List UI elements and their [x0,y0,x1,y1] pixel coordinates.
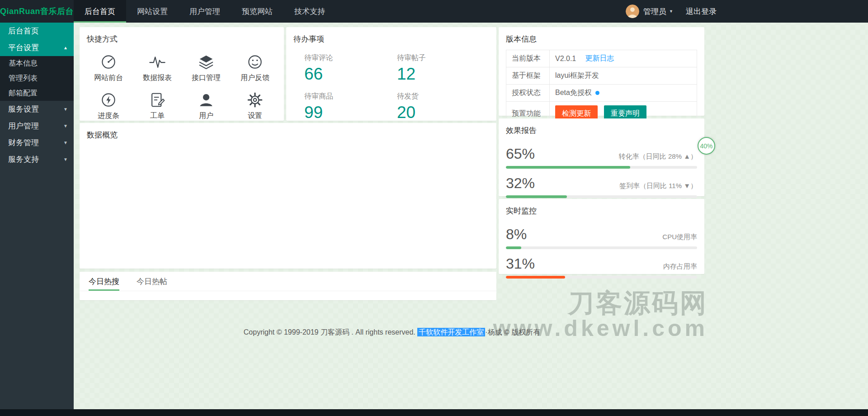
version-row-label: 基于框架 [506,67,550,84]
metric-label: 转化率（日同比 28% ▲） [619,152,697,161]
progress-track [506,246,697,249]
topbar-user-area: 管理员 ▼ 退出登录 [626,0,717,23]
sidebar-item-dashboard[interactable]: 后台首页 [0,23,74,39]
topbar: QianRuan音乐后台 后台首页 网站设置 用户管理 预览网站 技术支持 管理… [0,0,868,23]
avatar[interactable] [626,5,639,18]
progress-track [506,276,697,279]
changelog-link[interactable]: 更新日志 [585,54,614,63]
shortcut-label: 数据报表 [143,73,172,83]
table-row: 基于框架 layui框架开发 [506,67,697,85]
sidebar-item-label: 服务设置 [8,104,39,114]
progress-fill [506,195,567,198]
user-icon [198,91,215,109]
chevron-down-icon: ▼ [669,9,673,14]
version-row-label: 授权状态 [506,85,550,101]
metric-label: CPU使用率 [662,233,697,241]
memory-metric: 31% 内存占用率 [499,255,704,279]
shortcut-user-feedback[interactable]: 用户反馈 [231,49,279,87]
usage-badge[interactable]: 40% [698,137,715,155]
current-version: V2.0.1 [555,55,576,63]
nav-item-dashboard[interactable]: 后台首页 [74,0,126,23]
sidebar-item-label: 管理列表 [9,74,38,83]
version-row-value: Beta免授权 [550,85,697,101]
shortcut-label: 设置 [248,111,262,121]
nav-item-user-management[interactable]: 用户管理 [179,0,231,23]
version-row-value: V2.0.1 更新日志 [550,50,697,67]
realtime-monitor-card: 实时监控 8% CPU使用率 31% 内存占用率 [499,199,704,274]
sidebar-item-mail-config[interactable]: 邮箱配置 [0,86,74,101]
overview-chart-area [80,144,496,261]
gauge-icon [100,53,117,71]
nav-item-preview-site[interactable]: 预览网站 [231,0,283,23]
effect-report-card: 效果报告 65% 转化率（日同比 28% ▲） 32% 签到率（日同比 11% … [499,118,704,196]
footer-copyright: Copyright © 1999-2019 刀客源码 . All rights … [80,328,704,337]
chevron-up-icon: ▲ [63,45,68,50]
sidebar-item-platform-settings[interactable]: 平台设置 ▲ [0,39,74,56]
todo-value: 12 [397,65,496,84]
table-row: 授权状态 Beta免授权 [506,85,697,102]
sidebar-item-service-support[interactable]: 服务支持 ▼ [0,151,74,168]
todo-value: 66 [304,65,397,84]
shortcut-work-order[interactable]: 工单 [133,87,182,125]
todo-pending-comments: 待审评论 66 [304,53,397,84]
user-menu[interactable]: 管理员 [643,6,666,17]
version-row-label: 当前版本 [506,50,550,67]
card-title: 版本信息 [499,27,704,48]
sidebar-item-label: 财务管理 [8,137,39,148]
cpu-metric: 8% CPU使用率 [499,226,704,249]
sidebar-submenu: 基本信息 管理列表 邮箱配置 [0,56,74,101]
data-overview-card: 数据概览 [80,123,496,269]
sidebar-item-label: 平台设置 [8,43,39,53]
nav-item-site-settings[interactable]: 网站设置 [126,0,179,23]
shortcut-site-front[interactable]: 网站前台 [84,49,133,87]
sidebar-item-label: 基本信息 [9,59,38,68]
todos-grid: 待审评论 66 待审帖子 12 待审商品 99 待发货 20 [286,48,496,130]
hot-tabs-card: 今日热搜 今日热帖 [80,272,496,300]
metric-value: 65% [506,146,535,162]
tab-hot-search[interactable]: 今日热搜 [89,272,119,291]
sidebar-item-user-management[interactable]: 用户管理 ▼ [0,118,74,134]
todos-card: 待办事项 待审评论 66 待审帖子 12 待审商品 99 待发货 20 [286,27,496,121]
sidebar-item-admin-list[interactable]: 管理列表 [0,71,74,86]
license-status: Beta免授权 [555,88,592,98]
todo-pending-shipments: 待发货 20 [397,92,496,122]
sidebar-item-service-settings[interactable]: 服务设置 ▼ [0,101,74,118]
shortcuts-grid: 网站前台 数据报表 接口管理 用户反馈 进度条 [80,48,284,125]
shortcut-settings[interactable]: 设置 [231,87,279,125]
footer-suffix: ·杨成 © 版权所有 [485,328,540,336]
todo-pending-products: 待审商品 99 [304,92,397,122]
shortcut-api-management[interactable]: 接口管理 [182,49,231,87]
watermark-line1: 刀客源码网 [493,289,708,317]
todo-label: 待审评论 [304,53,397,63]
logout-button[interactable]: 退出登录 [686,6,717,17]
tab-hot-posts[interactable]: 今日热帖 [137,272,167,291]
metric-value: 31% [506,255,535,272]
version-card: 版本信息 当前版本 V2.0.1 更新日志 基于框架 layui框架开发 授权状… [499,27,704,116]
framework-value: layui框架开发 [555,71,599,80]
chevron-down-icon: ▼ [63,140,68,145]
shortcut-label: 接口管理 [192,73,221,83]
sidebar-item-basic-info[interactable]: 基本信息 [0,56,74,71]
shortcut-data-report[interactable]: 数据报表 [133,49,182,87]
footer-highlight: 千软软件开发工作室 [417,328,485,336]
nav-item-tech-support[interactable]: 技术支持 [283,0,336,23]
signin-metric: 32% 签到率（日同比 11% ▼） [499,175,704,198]
card-title: 数据概览 [80,123,496,144]
app-logo: QianRuan音乐后台 [0,0,74,23]
sidebar-item-finance-management[interactable]: 财务管理 ▼ [0,134,74,151]
todo-value: 99 [304,103,397,122]
layers-icon [198,53,215,71]
shortcut-progress-bar[interactable]: 进度条 [84,87,133,125]
table-row: 当前版本 V2.0.1 更新日志 [506,50,697,67]
sidebar-item-label: 服务支持 [8,154,39,165]
footer-prefix: Copyright © 1999-2019 刀客源码 . All rights … [244,328,417,336]
chevron-down-icon: ▼ [63,107,68,112]
sidebar-item-label: 后台首页 [8,26,39,36]
version-row-value: layui框架开发 [550,67,697,84]
shortcut-users[interactable]: 用户 [182,87,231,125]
todo-pending-posts: 待审帖子 12 [397,53,496,84]
version-table: 当前版本 V2.0.1 更新日志 基于框架 layui框架开发 授权状态 Bet… [506,50,697,126]
sidebar-item-label: 邮箱配置 [9,89,38,98]
todo-value: 20 [397,103,496,122]
card-title: 实时监控 [499,199,704,220]
